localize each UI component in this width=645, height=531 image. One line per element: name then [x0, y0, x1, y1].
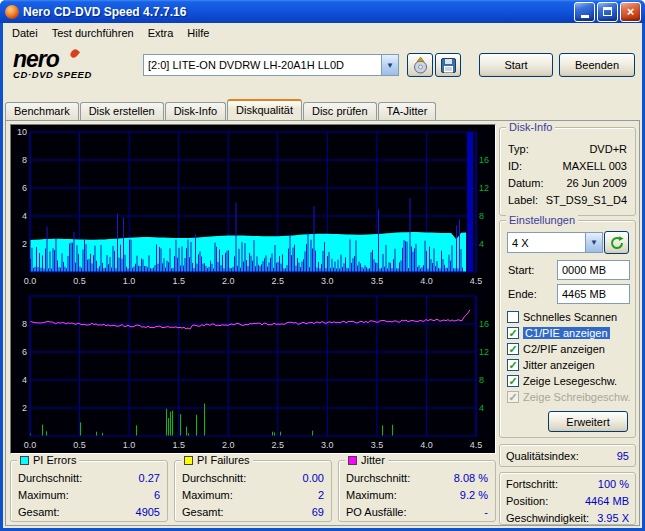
end-position-field[interactable]: 4465 MB: [557, 284, 630, 304]
menu-item-datei[interactable]: Datei: [5, 24, 45, 42]
disk-info-row: Typ:DVD+R: [506, 140, 629, 157]
minimize-button[interactable]: [574, 2, 595, 22]
checkbox-zeige-schreibgeschw: ✓Zeige Schreibgeschw.: [507, 389, 632, 405]
svg-text:0.5: 0.5: [73, 440, 86, 450]
checkbox-label: C1/PIE anzeigen: [523, 327, 610, 339]
quit-button[interactable]: Beenden: [559, 53, 635, 77]
checkbox-c1-pie-anzeigen[interactable]: ✓C1/PIE anzeigen: [507, 325, 632, 341]
disk-info-group: Disk-Info Typ:DVD+RID:MAXELL 003Datum:26…: [499, 127, 636, 216]
svg-text:4.5: 4.5: [470, 276, 483, 286]
svg-text:1.0: 1.0: [123, 440, 136, 450]
stat-label: PO Ausfälle:: [346, 506, 407, 518]
svg-text:6: 6: [22, 183, 27, 193]
disk-info-row: Label:ST_DS9_S1_D4: [506, 191, 629, 208]
checkbox-schnelles-scannen[interactable]: Schnelles Scannen: [507, 309, 632, 325]
start-button[interactable]: Start: [479, 53, 553, 77]
progress-row: Fortschritt:100 %: [504, 475, 631, 492]
drive-select-value: [2:0] LITE-ON DVDRW LH-20A1H LL0D: [144, 59, 381, 71]
stat-box-name: PI Failures: [197, 454, 250, 466]
checkbox-label: Schnelles Scannen: [523, 311, 617, 323]
nero-logo-subtext: CD·DVD SPEED: [13, 69, 138, 80]
checkbox-c2-pif-anzeigen[interactable]: ✓C2/PIF anzeigen: [507, 341, 632, 357]
tab-diskqualit-t[interactable]: Diskqualität: [227, 99, 302, 120]
menu-item-extra[interactable]: Extra: [141, 24, 181, 42]
stat-row: Durchschnitt:8.08 %: [344, 469, 490, 486]
stat-row: Durchschnitt:0.00: [180, 469, 326, 486]
disk-info-label: ID:: [508, 160, 522, 172]
disk-info-row: ID:MAXELL 003: [506, 157, 629, 174]
window-controls: ×: [574, 2, 641, 22]
eject-button[interactable]: [407, 53, 433, 77]
tab-disc-pr-fen[interactable]: Disc prüfen: [303, 102, 377, 120]
maximize-icon: [603, 7, 612, 16]
settings-group: Einstellungen 4 X ▼ Start: 0000 MB Ende:…: [499, 220, 636, 438]
svg-text:2: 2: [22, 403, 27, 413]
checkbox-label: C2/PIF anzeigen: [523, 343, 605, 355]
tab-disk-info[interactable]: Disk-Info: [165, 102, 226, 120]
menu-item-hilfe[interactable]: Hilfe: [180, 24, 216, 42]
stat-label: Durchschnitt:: [346, 472, 410, 484]
maximize-button[interactable]: [597, 2, 618, 22]
disk-info-value: DVD+R: [589, 143, 627, 155]
refresh-speed-button[interactable]: [604, 231, 629, 254]
close-icon: ×: [627, 5, 635, 18]
nero-logo: nero CD·DVD SPEED: [13, 49, 138, 80]
drive-select[interactable]: [2:0] LITE-ON DVDRW LH-20A1H LL0D ▼: [143, 54, 399, 76]
svg-text:2: 2: [22, 239, 27, 249]
stat-box-name: PI Errors: [33, 454, 76, 466]
settings-checkbox-list: Schnelles Scannen✓C1/PIE anzeigen✓C2/PIF…: [507, 309, 632, 405]
svg-text:16: 16: [479, 155, 489, 165]
window-title: Nero CD-DVD Speed 4.7.7.16: [23, 5, 570, 19]
stat-value: 0.00: [303, 472, 324, 484]
chevron-down-icon[interactable]: ▼: [381, 55, 398, 75]
svg-text:4.0: 4.0: [420, 276, 433, 286]
stat-label: Durchschnitt:: [18, 472, 82, 484]
progress-row: Position:4464 MB: [504, 492, 631, 509]
disk-info-label: Label:: [508, 194, 538, 206]
svg-text:12: 12: [479, 183, 489, 193]
disk-info-rows: Typ:DVD+RID:MAXELL 003Datum:26 Jun 2009L…: [506, 140, 629, 208]
svg-text:4.0: 4.0: [420, 440, 433, 450]
progress-value: 3.95 X: [597, 512, 629, 524]
stat-label: Gesamt:: [182, 506, 224, 518]
svg-text:4: 4: [479, 403, 484, 413]
stat-value: 0.27: [139, 472, 160, 484]
save-button[interactable]: [435, 53, 461, 77]
scan-speed-select[interactable]: 4 X ▼: [507, 232, 603, 253]
stat-value: 69: [312, 506, 324, 518]
close-button[interactable]: ×: [620, 2, 641, 22]
checkbox-box-icon: ✓: [507, 375, 519, 387]
tab-benchmark[interactable]: Benchmark: [5, 102, 79, 120]
checkbox-zeige-lesegeschw[interactable]: ✓Zeige Lesegeschw.: [507, 373, 632, 389]
tab-disk-erstellen[interactable]: Disk erstellen: [80, 102, 164, 120]
svg-text:8: 8: [22, 319, 27, 329]
scan-speed-value: 4 X: [508, 237, 585, 249]
tab-bar: BenchmarkDisk erstellenDisk-InfoDiskqual…: [5, 99, 436, 120]
svg-text:3.0: 3.0: [321, 440, 334, 450]
jitter-swatch-icon: [348, 456, 357, 465]
checkbox-box-icon: ✓: [507, 343, 519, 355]
stat-label: Gesamt:: [18, 506, 60, 518]
advanced-button[interactable]: Erweitert: [548, 411, 628, 432]
pif-jitter-chart: 86421612840.00.51.01.52.02.53.03.54.04.5: [11, 290, 495, 455]
disk-info-label: Typ:: [508, 143, 529, 155]
title-bar[interactable]: Nero CD-DVD Speed 4.7.7.16 ×: [0, 0, 645, 23]
disk-info-value: MAXELL 003: [563, 160, 627, 172]
menu-item-test-durchf-hren[interactable]: Test durchführen: [45, 24, 141, 42]
save-floppy-icon: [441, 58, 456, 73]
tab-ta-jitter[interactable]: TA-Jitter: [378, 102, 437, 120]
svg-text:8: 8: [479, 211, 484, 221]
chevron-down-icon[interactable]: ▼: [585, 233, 602, 252]
stat-box-pi-errors: PI ErrorsDurchschnitt:0.27Maximum:6Gesam…: [10, 460, 168, 522]
progress-label: Position:: [506, 495, 548, 507]
disk-info-value: 26 Jun 2009: [566, 177, 627, 189]
svg-text:2.5: 2.5: [272, 276, 285, 286]
checkbox-jitter-anzeigen[interactable]: ✓Jitter anzeigen: [507, 357, 632, 373]
stat-value: 2: [318, 489, 324, 501]
checkbox-box-icon: [507, 311, 519, 323]
stat-label: Durchschnitt:: [182, 472, 246, 484]
svg-text:4.5: 4.5: [470, 440, 483, 450]
checkbox-label: Zeige Schreibgeschw.: [523, 391, 631, 403]
stat-box-jitter: JitterDurchschnitt:8.08 %Maximum:9.2 %PO…: [338, 460, 496, 522]
start-position-field[interactable]: 0000 MB: [557, 260, 630, 280]
